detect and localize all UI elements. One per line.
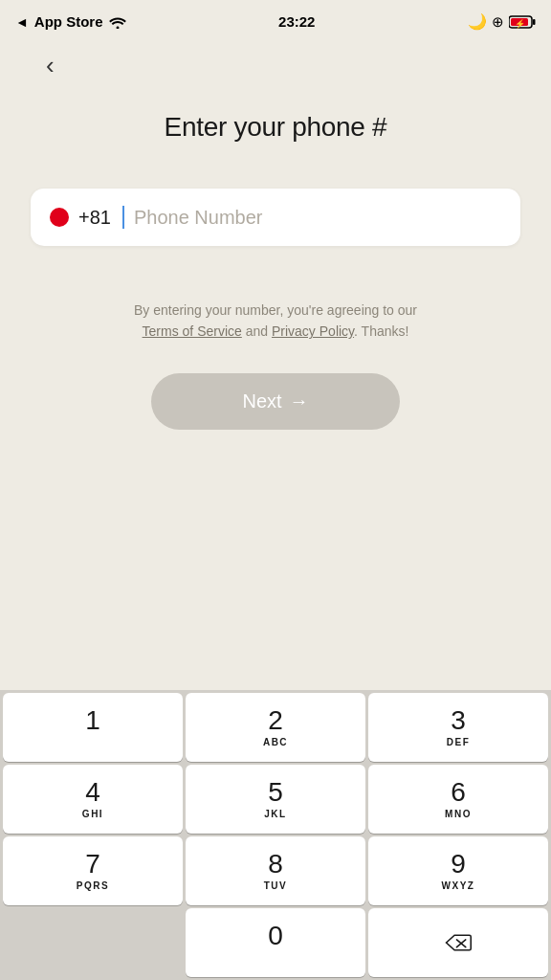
moon-icon: 🌙 xyxy=(468,12,487,31)
phone-placeholder: Phone Number xyxy=(134,207,263,229)
flag-icon xyxy=(50,208,69,227)
terms-link[interactable]: Terms of Service xyxy=(143,323,242,339)
page-title: Enter your phone # xyxy=(165,112,387,143)
key-8[interactable]: 8 TUV xyxy=(186,836,365,905)
key-1[interactable]: 1 xyxy=(3,693,183,762)
status-icons: 🌙 ⊕ ⚡ xyxy=(468,12,536,31)
country-code: +81 xyxy=(78,207,111,229)
key-2[interactable]: 2 ABC xyxy=(186,693,365,762)
delete-icon xyxy=(445,932,472,953)
key-4[interactable]: 4 GHI xyxy=(3,765,183,834)
key-empty xyxy=(3,908,183,977)
status-carrier: ◄ App Store xyxy=(15,13,126,30)
back-arrow-status: ◄ xyxy=(15,14,29,30)
cursor-bar xyxy=(122,206,124,229)
svg-rect-1 xyxy=(533,19,536,25)
next-button[interactable]: Next → xyxy=(151,373,400,430)
keypad: 1 2 ABC 3 DEF 4 GHI 5 JKL 6 MNO 7 PQRS 8… xyxy=(0,690,551,980)
privacy-link[interactable]: Privacy Policy xyxy=(272,323,354,339)
main-content: ‹ Enter your phone # +81 Phone Number By… xyxy=(0,39,551,690)
lock-icon: ⊕ xyxy=(492,13,504,31)
agreement-text: By entering your number, you're agreeing… xyxy=(124,300,427,343)
svg-text:⚡: ⚡ xyxy=(515,17,526,29)
key-9[interactable]: 9 WXYZ xyxy=(368,836,548,905)
key-6[interactable]: 6 MNO xyxy=(368,765,548,834)
key-delete[interactable] xyxy=(368,908,548,977)
key-7[interactable]: 7 PQRS xyxy=(3,836,183,905)
key-0[interactable]: 0 xyxy=(186,908,365,977)
key-3[interactable]: 3 DEF xyxy=(368,693,548,762)
status-time: 23:22 xyxy=(278,13,315,30)
wifi-icon xyxy=(109,15,126,29)
back-button[interactable]: ‹ xyxy=(38,49,62,81)
status-bar: ◄ App Store 23:22 🌙 ⊕ ⚡ xyxy=(0,0,551,39)
key-5[interactable]: 5 JKL xyxy=(186,765,365,834)
battery-icon: ⚡ xyxy=(509,15,536,29)
phone-input-container[interactable]: +81 Phone Number xyxy=(31,189,520,246)
